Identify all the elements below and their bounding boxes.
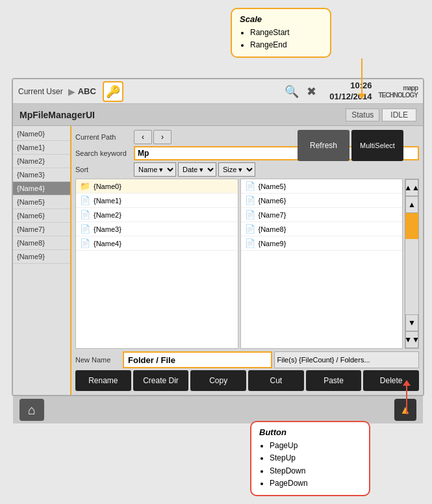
sidebar-item-9[interactable]: {Name9}	[13, 250, 70, 264]
mapp-logo: mapp TECHNOLOGY	[378, 84, 418, 99]
file-item-left-4[interactable]: 📄 {Name4}	[76, 236, 238, 251]
button-item-0: PageUp	[270, 440, 361, 452]
cut-button[interactable]: Cut	[248, 370, 304, 391]
file-icon-r0: 📄	[245, 181, 255, 191]
panel-title: MpFileManagerUI	[19, 110, 95, 120]
home-button[interactable]: ⌂	[19, 399, 44, 421]
file-icon-r3: 📄	[245, 224, 255, 234]
scale-list: RangeStart RangeEnd	[240, 27, 322, 51]
status-label: Status	[346, 108, 379, 121]
sidebar: {Name0} {Name1} {Name2} {Name3} {Name4} …	[13, 126, 71, 395]
file-name-right-4: {Name9}	[259, 240, 286, 247]
sidebar-item-2[interactable]: {Name2}	[13, 155, 70, 168]
file-count-display: File(s) {FileCount} / Folders...	[274, 351, 420, 368]
scroll-thumb	[405, 213, 418, 239]
user-label: Current User	[18, 87, 63, 96]
main-content: Refresh MultiSelect Current Path ‹ › Sea…	[71, 126, 423, 395]
mapp-logo-text: mapp	[378, 84, 418, 92]
file-item-right-0[interactable]: 📄 {Name5}	[241, 179, 403, 194]
multiselect-button[interactable]: MultiSelect	[351, 130, 403, 161]
file-item-left-1[interactable]: 📄 {Name1}	[76, 194, 238, 208]
page-up-button[interactable]: ▲▲	[405, 179, 418, 196]
scale-tooltip: Scale RangeStart RangeEnd	[231, 8, 331, 58]
new-name-label: New Name	[75, 356, 121, 364]
file-item-left-3[interactable]: 📄 {Name3}	[76, 222, 238, 236]
file-name-left-0: {Name0}	[94, 183, 121, 190]
search-icon[interactable]: 🔍	[285, 84, 299, 99]
file-icon-1: 📄	[80, 195, 90, 205]
refresh-multiselect-group: Refresh MultiSelect	[298, 130, 403, 161]
title-bar: MpFileManagerUI Status IDLE	[13, 104, 423, 126]
time-value: 10:26	[329, 81, 372, 92]
sort-date-select[interactable]: Date ▾	[178, 162, 216, 177]
scale-item-0: RangeStart	[250, 27, 322, 39]
status-value: IDLE	[382, 108, 416, 121]
paste-button[interactable]: Paste	[306, 370, 362, 391]
sort-row: Sort Name ▾ Date ▾ Size ▾	[75, 162, 419, 177]
bottom-nav: ⌂ ▲	[13, 395, 423, 423]
file-name-left-3: {Name3}	[94, 225, 121, 233]
sidebar-item-4[interactable]: {Name4}	[13, 182, 70, 195]
sort-label: Sort	[75, 166, 134, 173]
file-name-right-0: {Name5}	[259, 183, 286, 190]
button-tooltip: Button PageUp StepUp StepDown PageDown	[250, 421, 370, 496]
file-item-right-3[interactable]: 📄 {Name8}	[241, 222, 403, 236]
create-dir-button[interactable]: Create Dir	[133, 370, 189, 391]
file-item-left-0[interactable]: 📁 {Name0}	[76, 179, 238, 194]
button-item-1: StepUp	[270, 452, 361, 464]
button-arrow	[406, 385, 407, 414]
button-title: Button	[259, 427, 361, 437]
step-up-button[interactable]: ▲	[405, 196, 418, 213]
path-back-button[interactable]: ‹	[134, 130, 152, 144]
file-icon-3: 📄	[80, 224, 90, 234]
file-icon-4: 📄	[80, 238, 90, 248]
sidebar-item-5[interactable]: {Name5}	[13, 195, 70, 209]
sort-name-select[interactable]: Name ▾	[134, 162, 176, 177]
file-name-left-2: {Name2}	[94, 211, 121, 219]
file-icon-r2: 📄	[245, 210, 255, 220]
file-name-left-1: {Name1}	[94, 197, 121, 205]
settings-icon[interactable]: ✖	[307, 84, 316, 99]
sort-size-select[interactable]: Size ▾	[218, 162, 255, 177]
file-item-right-1[interactable]: 📄 {Name6}	[241, 194, 403, 208]
nav-arrow-button[interactable]: ▲	[394, 399, 416, 421]
file-list-area: 📁 {Name0} 📄 {Name1} 📄 {Name2} 📄	[75, 179, 419, 349]
file-item-left-2[interactable]: 📄 {Name2}	[76, 208, 238, 222]
nav-arrow-icon: ▲	[400, 403, 411, 417]
button-list: PageUp StepUp StepDown PageDown	[259, 440, 361, 490]
mapp-logo-sub: TECHNOLOGY	[378, 92, 418, 99]
sidebar-item-0[interactable]: {Name0}	[13, 127, 70, 141]
current-path-label: Current Path	[75, 133, 134, 141]
file-name-right-3: {Name8}	[259, 225, 286, 233]
file-list-left: 📁 {Name0} 📄 {Name1} 📄 {Name2} 📄	[75, 179, 238, 349]
step-down-button[interactable]: ▼	[405, 314, 418, 331]
new-name-row: New Name File(s) {FileCount} / Folders..…	[75, 351, 419, 368]
main-panel: Current User ▶ ABC 🔑 🔍 ✖ 10:26 01/12/201…	[12, 78, 424, 396]
delete-button[interactable]: Delete	[363, 370, 419, 391]
scroll-track	[405, 213, 418, 314]
file-name-right-2: {Name7}	[259, 211, 286, 219]
path-forward-button[interactable]: ›	[153, 130, 172, 144]
action-buttons: Rename Create Dir Copy Cut Paste Delete	[75, 370, 419, 391]
sidebar-item-7[interactable]: {Name7}	[13, 223, 70, 236]
scale-title: Scale	[240, 14, 322, 24]
file-name-left-4: {Name4}	[94, 240, 121, 247]
key-icon-button[interactable]: 🔑	[103, 81, 123, 102]
sidebar-item-8[interactable]: {Name8}	[13, 236, 70, 250]
new-name-input[interactable]	[123, 351, 272, 368]
sidebar-item-6[interactable]: {Name6}	[13, 209, 70, 223]
file-icon-r1: 📄	[245, 195, 255, 205]
file-item-right-2[interactable]: 📄 {Name7}	[241, 208, 403, 222]
rename-button[interactable]: Rename	[75, 370, 131, 391]
search-keyword-label: Search keyword	[75, 149, 134, 157]
scale-item-1: RangeEnd	[250, 39, 322, 51]
copy-button[interactable]: Copy	[190, 370, 246, 391]
sidebar-item-3[interactable]: {Name3}	[13, 168, 70, 182]
sidebar-item-1[interactable]: {Name1}	[13, 141, 70, 155]
page-down-button[interactable]: ▼▼	[405, 331, 418, 348]
refresh-button[interactable]: Refresh	[298, 130, 349, 161]
file-item-right-4[interactable]: 📄 {Name9}	[241, 236, 403, 251]
file-list-right: 📄 {Name5} 📄 {Name6} 📄 {Name7} 📄	[240, 179, 403, 349]
user-value: ABC	[78, 86, 96, 96]
file-name-right-1: {Name6}	[259, 197, 286, 205]
